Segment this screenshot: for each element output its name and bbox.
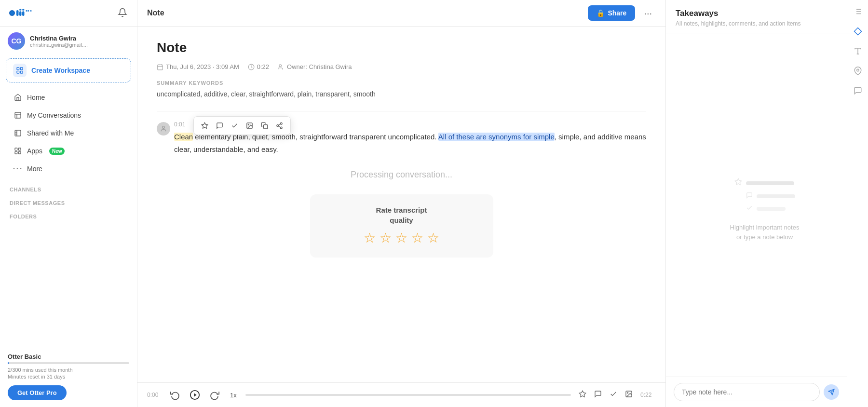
more-options-button[interactable]: ··· [640, 6, 656, 21]
plan-used: 2/300 mins used this month [8, 367, 129, 373]
create-workspace-icon [13, 64, 27, 77]
sidebar-item-home[interactable]: Home [4, 89, 133, 106]
user-name: Christina Gwira [30, 35, 88, 42]
sidebar-item-apps[interactable]: Apps New [4, 142, 133, 160]
note-duration-text: 0:22 [257, 63, 269, 70]
note-date: Thu, Jul 6, 2023 · 3:09 AM [157, 63, 239, 70]
star-5[interactable]: ☆ [427, 230, 439, 246]
share-button[interactable]: 🔒 Share [588, 5, 635, 21]
rp-diamond-button[interactable] [851, 25, 865, 41]
svg-rect-15 [17, 71, 19, 73]
note-owner-text: Owner: Christina Gwira [287, 63, 352, 70]
summary-keywords: uncomplicated, additive, clear, straight… [157, 89, 646, 99]
svg-rect-24 [18, 151, 21, 154]
rp-pin-button[interactable] [851, 64, 865, 80]
sidebar-item-shared-with-me-label: Shared with Me [27, 129, 74, 137]
svg-rect-5 [22, 9, 25, 11]
toolbar-pin-button[interactable] [198, 120, 212, 132]
star-1[interactable]: ☆ [364, 230, 376, 246]
time-start: 0:00 [147, 392, 163, 398]
star-3[interactable]: ☆ [395, 230, 407, 246]
svg-marker-41 [194, 393, 197, 396]
home-icon [14, 93, 22, 102]
plan-progress-bar [8, 362, 129, 364]
illus-chat-icon [746, 192, 753, 201]
owner-icon [278, 64, 285, 70]
highlight-word: Clean [174, 133, 193, 141]
create-workspace-button[interactable]: Create Workspace [6, 58, 131, 82]
star-2[interactable]: ☆ [380, 230, 392, 246]
sidebar-item-more[interactable]: ··· More [4, 160, 133, 177]
right-panel-title: Takeaways [676, 9, 842, 18]
note-owner: Owner: Christina Gwira [278, 63, 352, 70]
right-panel-subtitle: All notes, highlights, comments, and act… [676, 20, 842, 27]
svg-rect-6 [22, 11, 25, 16]
rp-list-button[interactable] [851, 5, 865, 21]
sidebar-item-my-conversations[interactable]: My Conversations [4, 107, 133, 124]
play-button[interactable] [188, 388, 202, 402]
nav-section: Home My Conversations Shared with Me [0, 85, 137, 181]
notification-bell-button[interactable] [116, 6, 129, 21]
toolbar-image-button[interactable] [243, 120, 257, 132]
svg-rect-20 [15, 130, 21, 136]
svg-point-31 [163, 126, 165, 129]
right-panel-header: Takeaways All notes, highlights, comment… [666, 0, 868, 33]
progress-bar[interactable] [245, 394, 571, 396]
takeaway-illustration [734, 178, 795, 213]
rp-text-button[interactable] [851, 44, 865, 60]
player-check-button[interactable] [608, 388, 619, 402]
sidebar-item-apps-label: Apps [27, 147, 42, 155]
note-title: Note [157, 40, 646, 55]
svg-rect-14 [20, 68, 23, 70]
summary-label: SUMMARY KEYWORDS [157, 80, 646, 86]
text-toolbar [193, 116, 291, 135]
create-workspace-label: Create Workspace [31, 67, 90, 74]
svg-rect-16 [20, 71, 23, 73]
toolbar-check-button[interactable] [228, 120, 242, 132]
sidebar-item-home-label: Home [27, 94, 45, 101]
player-pin-button[interactable] [577, 388, 588, 402]
main-header: Note 🔒 Share ··· [137, 0, 665, 27]
svg-rect-7 [26, 10, 27, 11]
more-icon: ··· [14, 164, 22, 173]
star-4[interactable]: ☆ [411, 230, 423, 246]
toolbar-share-button[interactable] [272, 120, 286, 132]
svg-rect-11 [30, 10, 32, 11]
note-input-area [666, 377, 847, 407]
illus-pin-icon [734, 178, 742, 188]
processing-message: Processing conversation... [157, 170, 646, 180]
user-section[interactable]: CG Christina Gwira christina.gwira@gmail… [0, 27, 137, 55]
illus-row-2 [746, 192, 795, 201]
illus-line-2 [757, 194, 795, 198]
svg-point-37 [280, 127, 282, 129]
sidebar-header [0, 0, 137, 27]
rate-transcript-box: Rate transcript quality ☆ ☆ ☆ ☆ ☆ [310, 194, 493, 258]
note-input[interactable] [674, 383, 820, 401]
transcript-block: 0:01 [157, 121, 646, 155]
sidebar-item-shared-with-me[interactable]: Shared with Me [4, 124, 133, 142]
svg-point-1 [10, 11, 14, 15]
get-otter-pro-button[interactable]: Get Otter Pro [8, 385, 67, 400]
player-comment-button[interactable] [592, 388, 604, 402]
clock-icon [248, 64, 255, 70]
forward-button[interactable] [208, 388, 221, 402]
toolbar-copy-button[interactable] [258, 120, 271, 132]
sidebar-footer: Otter Basic 2/300 mins used this month M… [0, 346, 137, 407]
rewind-button[interactable] [168, 388, 182, 402]
toolbar-comment-button[interactable] [213, 120, 227, 132]
right-panel: Takeaways All notes, highlights, comment… [665, 0, 868, 407]
apps-icon [14, 147, 22, 155]
svg-rect-10 [27, 11, 29, 12]
apps-badge: New [49, 148, 65, 155]
svg-point-35 [280, 123, 282, 125]
speed-control[interactable]: 1x [227, 391, 240, 400]
svg-rect-4 [19, 11, 22, 16]
main-content: Note 🔒 Share ··· Note Thu, Jul 6, [137, 0, 665, 407]
rp-comment-button[interactable] [851, 84, 865, 100]
channels-label: CHANNELS [0, 181, 137, 194]
star-rating[interactable]: ☆ ☆ ☆ ☆ ☆ [322, 230, 482, 246]
sidebar-item-my-conversations-label: My Conversations [27, 111, 81, 119]
send-note-button[interactable] [824, 384, 839, 400]
player-image-button[interactable] [623, 388, 635, 402]
illus-line-1 [746, 181, 794, 185]
